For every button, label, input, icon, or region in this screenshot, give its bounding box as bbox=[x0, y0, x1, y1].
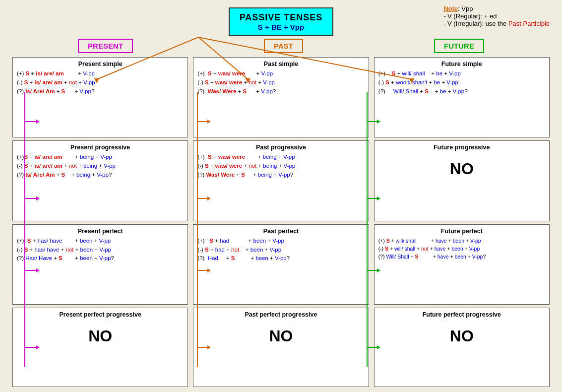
pperf-line3: (?) Has/ Have + S + been + V-pp? bbox=[17, 254, 184, 263]
note-past-participle: Past Participle bbox=[508, 20, 550, 27]
past-simple-title: Past simple bbox=[197, 61, 364, 67]
pastperf-line3: (?) Had + S + been + V-pp? bbox=[197, 254, 364, 263]
present-progressive-title: Present progressive bbox=[17, 144, 184, 151]
cell-future-simple: Future simple (+) S + will/ shall + be +… bbox=[374, 57, 550, 137]
pp-line2: (-) S + is/ are/ am + not + being + V-pp bbox=[17, 162, 184, 171]
note-line2: - V (Irregular): use the Past Participle bbox=[443, 20, 550, 27]
present-perfect-title: Present perfect bbox=[17, 228, 184, 235]
title-box: PASSIVE TENSES S + BE + Vpp bbox=[229, 7, 334, 36]
past-progressive-body: (+) S + was/ were + being + V-pp (-) S +… bbox=[197, 153, 364, 179]
present-simple-title: Present simple bbox=[17, 61, 184, 67]
future-simple-title: Future simple bbox=[378, 61, 545, 67]
cell-present-progressive: Present progressive (+)S + is/ are/ am +… bbox=[12, 140, 188, 221]
present-perfect-progressive-no: NO bbox=[17, 327, 184, 345]
ps-line3: (?) Is/ Are/ Am + S + V-pp? bbox=[17, 87, 184, 96]
future-perfect-body: (+) S + will/ shall + have + been + V-pp… bbox=[378, 237, 545, 261]
fs-line1: (+) S + will/ shall + be + V-pp bbox=[378, 69, 545, 78]
tense-grid: Present simple (+) S + is/ are/ am + V-p… bbox=[7, 57, 555, 387]
pp-line1: (+)S + is/ are/ am + being + V-pp bbox=[17, 153, 184, 162]
cell-past-progressive: Past progressive (+) S + was/ were + bei… bbox=[193, 140, 369, 221]
pastperf-line1: (+) S + had + been + V-pp bbox=[197, 237, 364, 246]
cell-past-perfect: Past perfect (+) S + had + been + V-pp (… bbox=[193, 224, 369, 305]
header-area: PASSIVE TENSES S + BE + Vpp Note: Vpp - … bbox=[7, 5, 555, 36]
futperf-line1: (+) S + will/ shall + have + been + V-pp bbox=[378, 237, 545, 245]
category-present: PRESENT bbox=[78, 39, 133, 53]
future-perfect-progressive-no: NO bbox=[378, 327, 545, 345]
category-future: FUTURE bbox=[434, 39, 484, 53]
present-perfect-body: (+) S + has/ have + been + V-pp (-) S + … bbox=[17, 237, 184, 263]
pastperf-line2: (-) S + had + not + been + V-pp bbox=[197, 246, 364, 255]
note-vpp: Vpp bbox=[461, 5, 473, 12]
future-perfect-progressive-title: Future perfect progressive bbox=[378, 311, 545, 318]
present-perfect-progressive-title: Present perfect progressive bbox=[17, 311, 184, 318]
cell-past-perfect-progressive: Past perfect progressive NO bbox=[193, 308, 369, 387]
category-row: PRESENT PAST FUTURE bbox=[7, 39, 555, 53]
cell-future-progressive: Future progressive NO bbox=[374, 140, 550, 221]
past-perfect-progressive-title: Past perfect progressive bbox=[197, 311, 364, 318]
cell-past-simple: Past simple (+) S + was/ were + V-pp (-)… bbox=[193, 57, 369, 137]
past-perfect-progressive-no: NO bbox=[197, 327, 364, 345]
pperf-line2: (-) S + has/ have + not + been + V-pp bbox=[17, 246, 184, 255]
pp-line3: (?) Is/ Are/ Am + S + being + V-pp? bbox=[17, 171, 184, 180]
future-progressive-title: Future progressive bbox=[378, 144, 545, 151]
past-perfect-title: Past perfect bbox=[197, 228, 364, 235]
category-past: PAST bbox=[264, 39, 303, 53]
future-progressive-no: NO bbox=[378, 160, 545, 178]
cell-future-perfect: Future perfect (+) S + will/ shall + hav… bbox=[374, 224, 550, 305]
cell-future-perfect-progressive: Future perfect progressive NO bbox=[374, 308, 550, 387]
future-perfect-title: Future perfect bbox=[378, 228, 545, 235]
title-formula: S + BE + Vpp bbox=[240, 23, 323, 31]
present-progressive-body: (+)S + is/ are/ am + being + V-pp (-) S … bbox=[17, 153, 184, 179]
note-box: Note: Vpp - V (Regular): + ed - V (Irreg… bbox=[443, 5, 550, 27]
futperf-line3: (?) Will/ Shall + S + have + been + V-pp… bbox=[378, 253, 545, 261]
pasts-line3: (?). Was/ Were + S + V-pp? bbox=[197, 87, 364, 96]
note-line0: Note: Vpp bbox=[443, 5, 550, 12]
present-simple-body: (+) S + is/ are/ am + V-pp (-) S + is/ a… bbox=[17, 69, 184, 96]
futperf-line2: (-) S + will/ shall + not + have + been … bbox=[378, 245, 545, 253]
future-simple-body: (+) S + will/ shall + be + V-pp (-) S + … bbox=[378, 69, 545, 96]
pastp-line1: (+) S + was/ were + being + V-pp bbox=[197, 153, 364, 162]
main-container: PASSIVE TENSES S + BE + Vpp Note: Vpp - … bbox=[0, 0, 562, 392]
note-line1: - V (Regular): + ed bbox=[443, 12, 550, 20]
fs-line3: (?) Will/ Shall + S + be + V-pp? bbox=[378, 87, 545, 96]
cell-present-perfect-progressive: Present perfect progressive NO bbox=[12, 308, 188, 387]
past-progressive-title: Past progressive bbox=[197, 144, 364, 151]
ps-line2: (-) S + is/ are/ am + not + V-pp bbox=[17, 78, 184, 87]
note-label: Note bbox=[443, 5, 458, 12]
past-perfect-body: (+) S + had + been + V-pp (-) S + had + … bbox=[197, 237, 364, 263]
cell-present-simple: Present simple (+) S + is/ are/ am + V-p… bbox=[12, 57, 188, 137]
fs-line2: (-) S + won't/ shan't + be + V-pp bbox=[378, 78, 545, 87]
pperf-line1: (+) S + has/ have + been + V-pp bbox=[17, 237, 184, 246]
pastp-line3: (?) Was/ Were + S + being + V-pp? bbox=[197, 171, 364, 180]
pasts-line2: (-) S + was/ were + not + V-pp bbox=[197, 78, 364, 87]
cell-present-perfect: Present perfect (+) S + has/ have + been… bbox=[12, 224, 188, 305]
pasts-line1: (+) S + was/ were + V-pp bbox=[197, 69, 364, 78]
title-main: PASSIVE TENSES bbox=[240, 12, 323, 23]
past-simple-body: (+) S + was/ were + V-pp (-) S + was/ we… bbox=[197, 69, 364, 96]
pastp-line2: (-) S + was/ were + not + being + V-pp bbox=[197, 162, 364, 171]
ps-line1: (+) S + is/ are/ am + V-pp bbox=[17, 69, 184, 78]
